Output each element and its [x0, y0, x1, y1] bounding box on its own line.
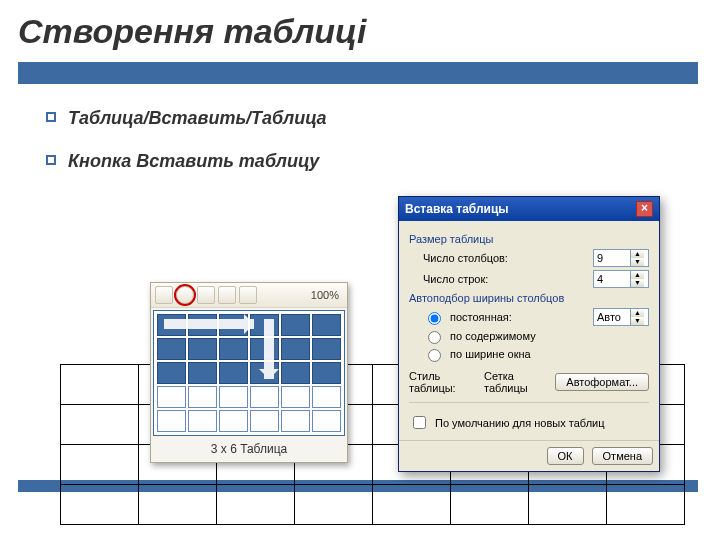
spin-up-icon[interactable]: ▲ — [630, 309, 644, 317]
default-checkbox[interactable] — [413, 416, 426, 429]
picker-cell[interactable] — [157, 410, 186, 432]
ok-button[interactable]: ОК — [547, 447, 584, 465]
columns-input[interactable] — [594, 252, 630, 264]
rows-input[interactable] — [594, 273, 630, 285]
picker-cell[interactable] — [188, 362, 217, 384]
radio-fixed-row[interactable]: постоянная: ▲▼ — [423, 308, 649, 326]
style-name: Сетка таблицы — [484, 370, 549, 394]
default-check-row[interactable]: По умолчанию для новых таблиц — [409, 413, 649, 432]
toolbar-pilcrow-icon[interactable] — [239, 286, 257, 304]
slide-title: Створення таблиці — [0, 0, 720, 57]
columns-stepper[interactable]: ▲▼ — [593, 249, 649, 267]
spin-down-icon[interactable]: ▼ — [630, 279, 644, 287]
dialog-footer: ОК Отмена — [399, 440, 659, 471]
fixed-width-stepper[interactable]: ▲▼ — [593, 308, 649, 326]
radio-fixed-label: постоянная: — [450, 311, 512, 323]
toolbar-clipboard-icon[interactable] — [155, 286, 173, 304]
radio-content-label: по содержимому — [450, 330, 536, 342]
arrow-right-icon — [164, 319, 254, 329]
picker-cell[interactable] — [157, 386, 186, 408]
rows-stepper[interactable]: ▲▼ — [593, 270, 649, 288]
bullet-text: Таблица/Вставить/Таблица — [68, 108, 327, 129]
picker-cell[interactable] — [250, 410, 279, 432]
picker-cell[interactable] — [157, 338, 186, 360]
spin-up-icon[interactable]: ▲ — [630, 271, 644, 279]
table-style-row: Стиль таблицы: Сетка таблицы Автоформат.… — [409, 370, 649, 394]
content-frame: Таблица/Вставить/Таблица Кнопка Вставить… — [18, 62, 698, 492]
group-autofit-label: Автоподбор ширины столбцов — [409, 292, 649, 304]
insert-table-dialog: Вставка таблицы × Размер таблицы Число с… — [398, 196, 660, 472]
table-cell — [61, 485, 139, 525]
radio-window-label: по ширине окна — [450, 348, 531, 360]
toolbar-columns-icon[interactable] — [218, 286, 236, 304]
dialog-body: Размер таблицы Число столбцов: ▲▼ Число … — [399, 221, 659, 440]
spin-down-icon[interactable]: ▼ — [630, 317, 644, 325]
spin-up-icon[interactable]: ▲ — [630, 250, 644, 258]
picker-cell[interactable] — [219, 338, 248, 360]
cancel-button[interactable]: Отмена — [592, 447, 653, 465]
bullet-marker-icon — [46, 155, 56, 165]
bullet-marker-icon — [46, 112, 56, 122]
picker-cell[interactable] — [312, 386, 341, 408]
fixed-width-input[interactable] — [594, 311, 630, 323]
radio-window-row[interactable]: по ширине окна — [423, 346, 649, 362]
picker-cell[interactable] — [312, 362, 341, 384]
table-cell — [295, 485, 373, 525]
picker-cell[interactable] — [219, 362, 248, 384]
columns-row: Число столбцов: ▲▼ — [423, 249, 649, 267]
default-check-label: По умолчанию для новых таблиц — [435, 417, 605, 429]
rows-row: Число строк: ▲▼ — [423, 270, 649, 288]
table-cell — [451, 485, 529, 525]
bullet-item: Таблица/Вставить/Таблица — [46, 108, 682, 129]
picker-cell[interactable] — [281, 410, 310, 432]
autoformat-button[interactable]: Автоформат... — [555, 373, 649, 391]
picker-toolbar: 100% — [151, 283, 347, 308]
grid-picker-cells[interactable] — [153, 310, 345, 436]
table-cell — [373, 485, 451, 525]
bullet-item: Кнопка Вставить таблицу — [46, 151, 682, 172]
rows-label: Число строк: — [423, 273, 593, 285]
columns-label: Число столбцов: — [423, 252, 593, 264]
table-cell — [61, 445, 139, 485]
table-cell — [217, 485, 295, 525]
bullet-text: Кнопка Вставить таблицу — [68, 151, 319, 172]
picker-cell[interactable] — [250, 386, 279, 408]
grid-picker-caption: 3 x 6 Таблица — [151, 438, 347, 462]
radio-fixed[interactable] — [428, 312, 441, 325]
picker-cell[interactable] — [281, 386, 310, 408]
table-cell — [61, 405, 139, 445]
picker-cell[interactable] — [188, 410, 217, 432]
picker-cell[interactable] — [312, 338, 341, 360]
insert-table-grid-picker[interactable]: 100% 3 x 6 Таблица — [150, 282, 348, 463]
bullet-list: Таблица/Вставить/Таблица Кнопка Вставить… — [18, 84, 698, 172]
toolbar-spreadsheet-icon[interactable] — [197, 286, 215, 304]
dialog-titlebar[interactable]: Вставка таблицы × — [399, 197, 659, 221]
group-size-label: Размер таблицы — [409, 233, 649, 245]
radio-window[interactable] — [428, 349, 441, 362]
table-cell — [61, 365, 139, 405]
picker-cell[interactable] — [188, 338, 217, 360]
picker-cell[interactable] — [281, 314, 310, 336]
picker-cell[interactable] — [281, 338, 310, 360]
zoom-level: 100% — [307, 289, 343, 301]
picker-cell[interactable] — [312, 410, 341, 432]
radio-content[interactable] — [428, 331, 441, 344]
spin-down-icon[interactable]: ▼ — [630, 258, 644, 266]
picker-cell[interactable] — [219, 386, 248, 408]
table-cell — [139, 485, 217, 525]
dialog-title-text: Вставка таблицы — [405, 202, 509, 216]
table-cell — [607, 485, 685, 525]
divider — [409, 402, 649, 403]
style-label: Стиль таблицы: — [409, 370, 478, 394]
radio-content-row[interactable]: по содержимому — [423, 328, 649, 344]
picker-cell[interactable] — [219, 410, 248, 432]
close-icon[interactable]: × — [636, 201, 653, 217]
table-cell — [529, 485, 607, 525]
picker-cell[interactable] — [281, 362, 310, 384]
picker-cell[interactable] — [157, 362, 186, 384]
picker-cell[interactable] — [312, 314, 341, 336]
picker-cell[interactable] — [188, 386, 217, 408]
arrow-down-icon — [264, 319, 274, 379]
insert-table-button[interactable] — [176, 286, 194, 304]
